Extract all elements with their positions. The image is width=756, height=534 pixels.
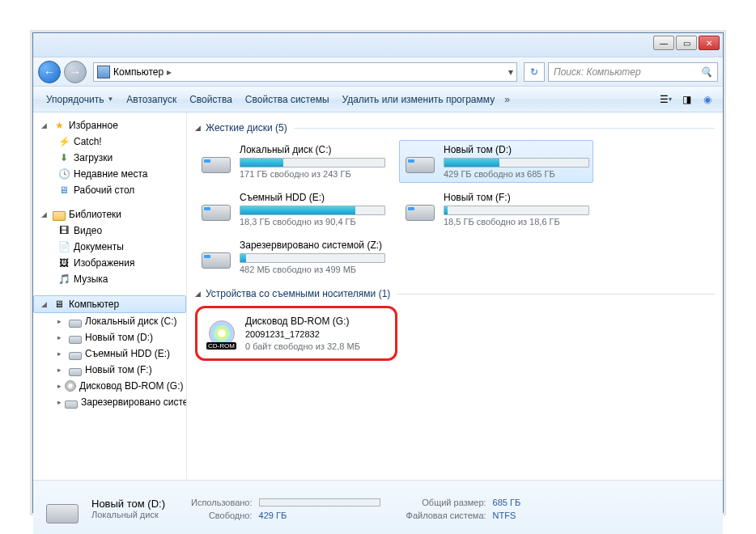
drive-usage-bar: [444, 158, 589, 167]
address-bar[interactable]: Компьютер ▸ ▾: [93, 62, 517, 82]
drive-free-text: 429 ГБ свободно из 685 ГБ: [444, 169, 589, 179]
details-subtitle: Локальный диск: [91, 510, 165, 519]
drive-free-text: 18,3 ГБ свободно из 90,4 ГБ: [240, 217, 385, 227]
hdd-icon: [199, 239, 233, 273]
drive-name: Новый том (F:): [444, 192, 589, 203]
close-button[interactable]: ✕: [699, 36, 720, 50]
drive-usage-bar: [444, 206, 589, 215]
sidebar-fav-recent[interactable]: 🕓Недавние места: [33, 166, 186, 182]
sidebar-favorites[interactable]: ◢★Избранное: [33, 117, 186, 134]
search-icon: 🔍: [700, 66, 712, 78]
sidebar-fav-catch[interactable]: ⚡Catch!: [33, 134, 186, 150]
system-properties-button[interactable]: Свойства системы: [239, 91, 336, 108]
details-title: Новый том (D:): [91, 498, 165, 510]
sidebar-lib-video[interactable]: 🎞Видео: [33, 222, 186, 239]
preview-pane-button[interactable]: ◨: [677, 91, 695, 108]
sidebar-drive-c[interactable]: ▸Локальный диск (C:): [33, 313, 186, 329]
drive-usage-bar: [240, 206, 385, 215]
highlight-annotation: CD-ROM Дисковод BD-ROM (G:) 20091231_172…: [195, 306, 397, 361]
uninstall-button[interactable]: Удалить или изменить программу: [336, 91, 502, 108]
details-used-label: Использовано:: [191, 498, 253, 507]
sidebar: ◢★Избранное ⚡Catch! ⬇Загрузки 🕓Недавние …: [33, 112, 187, 480]
view-mode-button[interactable]: ☰▾: [656, 91, 674, 108]
details-total-value: 685 ГБ: [493, 498, 521, 507]
drive-item[interactable]: Новый том (D:) 429 ГБ свободно из 685 ГБ: [399, 140, 593, 183]
sidebar-drive-f[interactable]: ▸Новый том (F:): [33, 362, 186, 378]
drive-name: Локальный диск (C:): [240, 144, 385, 155]
drive-usage-bar: [240, 158, 385, 167]
refresh-button[interactable]: ↻: [524, 62, 545, 82]
sidebar-lib-images[interactable]: 🖼Изображения: [33, 255, 186, 271]
properties-button[interactable]: Свойства: [183, 91, 239, 108]
sidebar-drive-d[interactable]: ▸Новый том (D:): [33, 329, 186, 345]
drive-item[interactable]: Зарезервировано системой (Z:) 482 МБ сво…: [195, 235, 389, 278]
nav-forward-button[interactable]: →: [64, 61, 87, 83]
cd-drive-icon: CD-ROM: [205, 316, 239, 350]
address-text: Компьютер: [113, 66, 164, 78]
nav-back-button[interactable]: ←: [38, 61, 61, 83]
toolbar-overflow[interactable]: »: [504, 94, 510, 105]
autoplay-button[interactable]: Автозапуск: [120, 91, 183, 108]
sidebar-fav-desktop[interactable]: 🖥Рабочий стол: [33, 182, 186, 198]
help-button[interactable]: ◉: [699, 91, 716, 108]
sidebar-computer[interactable]: ◢🖥Компьютер: [33, 295, 186, 313]
drive-item[interactable]: Съемный HDD (E:) 18,3 ГБ свободно из 90,…: [195, 188, 389, 231]
sidebar-lib-music[interactable]: 🎵Музыка: [33, 271, 186, 287]
explorer-window: — ▭ ✕ ← → Компьютер ▸ ▾ ↻ Поиск: Компьют…: [32, 32, 724, 513]
drive-free-text: 0 байт свободно из 32,8 МБ: [245, 341, 391, 351]
drive-label: 20091231_172832: [245, 329, 391, 339]
drive-name: Дисковод BD-ROM (G:): [245, 316, 391, 327]
search-placeholder: Поиск: Компьютер: [554, 66, 641, 78]
hdd-icon: [199, 192, 233, 226]
details-drive-icon: [43, 490, 82, 528]
navbar: ← → Компьютер ▸ ▾ ↻ Поиск: Компьютер 🔍: [33, 57, 723, 87]
details-fs-value: NTFS: [493, 511, 521, 520]
details-total-label: Общий размер:: [406, 498, 486, 507]
group-header-removable[interactable]: ◢Устройства со съемными носителями (1): [195, 288, 715, 299]
drive-name: Съемный HDD (E:): [240, 192, 385, 203]
organize-menu[interactable]: Упорядочить▼: [40, 91, 120, 108]
sidebar-drive-z[interactable]: ▸Зарезервировано систем: [33, 394, 186, 410]
sidebar-lib-docs[interactable]: 📄Документы: [33, 239, 186, 255]
drive-usage-bar: [240, 253, 385, 263]
group-header-hdd[interactable]: ◢Жесткие диски (5): [195, 122, 715, 134]
titlebar[interactable]: — ▭ ✕: [33, 33, 723, 57]
details-fs-label: Файловая система:: [406, 511, 486, 520]
details-free-value: 429 ГБ: [259, 511, 380, 520]
address-dropdown-icon[interactable]: ▾: [508, 66, 513, 78]
drive-name: Новый том (D:): [444, 144, 589, 155]
search-input[interactable]: Поиск: Компьютер 🔍: [548, 62, 718, 82]
drive-item-bd-rom[interactable]: CD-ROM Дисковод BD-ROM (G:) 20091231_172…: [201, 312, 395, 355]
toolbar: Упорядочить▼ Автозапуск Свойства Свойств…: [33, 87, 723, 112]
content-pane: ◢Жесткие диски (5) Локальный диск (C:) 1…: [187, 112, 723, 480]
sidebar-drive-e[interactable]: ▸Съемный HDD (E:): [33, 345, 186, 362]
drive-free-text: 18,5 ГБ свободно из 18,6 ГБ: [444, 217, 589, 227]
chevron-right-icon[interactable]: ▸: [164, 66, 175, 78]
hdd-icon: [403, 192, 437, 226]
details-free-label: Свободно:: [191, 511, 253, 520]
drive-item[interactable]: Новый том (F:) 18,5 ГБ свободно из 18,6 …: [399, 188, 593, 231]
drive-free-text: 482 МБ свободно из 499 МБ: [240, 265, 385, 274]
drive-grid-hdd: Локальный диск (C:) 171 ГБ свободно из 2…: [195, 140, 715, 278]
sidebar-drive-g[interactable]: ▸Дисковод BD-ROM (G:) 2: [33, 378, 186, 394]
drive-free-text: 171 ГБ свободно из 243 ГБ: [240, 169, 385, 179]
drive-name: Зарезервировано системой (Z:): [240, 239, 385, 251]
details-usage-bar: [259, 498, 380, 506]
computer-icon: [97, 66, 110, 78]
hdd-icon: [199, 144, 233, 178]
maximize-button[interactable]: ▭: [676, 36, 697, 50]
sidebar-fav-downloads[interactable]: ⬇Загрузки: [33, 150, 186, 166]
hdd-icon: [403, 144, 437, 178]
details-pane: Новый том (D:) Локальный диск Использова…: [33, 480, 723, 534]
drive-item[interactable]: Локальный диск (C:) 171 ГБ свободно из 2…: [195, 140, 389, 183]
minimize-button[interactable]: —: [653, 36, 674, 50]
sidebar-libraries[interactable]: ◢Библиотеки: [33, 206, 186, 222]
